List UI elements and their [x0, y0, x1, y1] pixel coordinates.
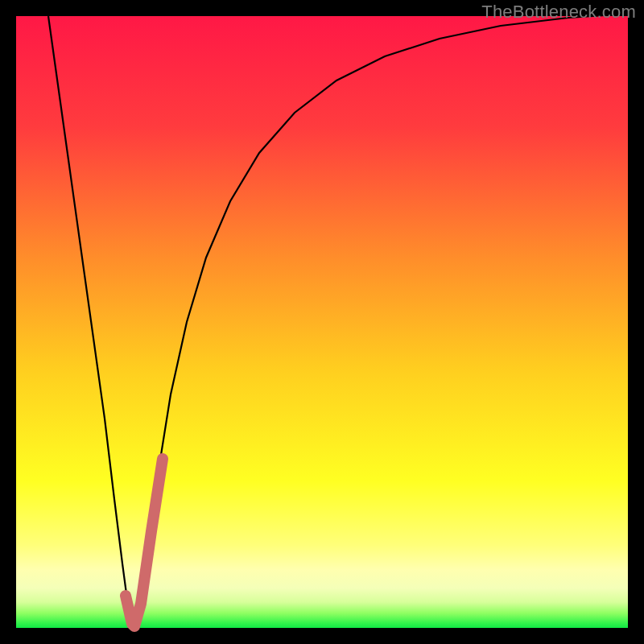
plot-background [16, 16, 628, 628]
bottleneck-chart [0, 0, 644, 644]
chart-stage: TheBottleneck.com [0, 0, 644, 644]
watermark-text: TheBottleneck.com [481, 2, 636, 23]
